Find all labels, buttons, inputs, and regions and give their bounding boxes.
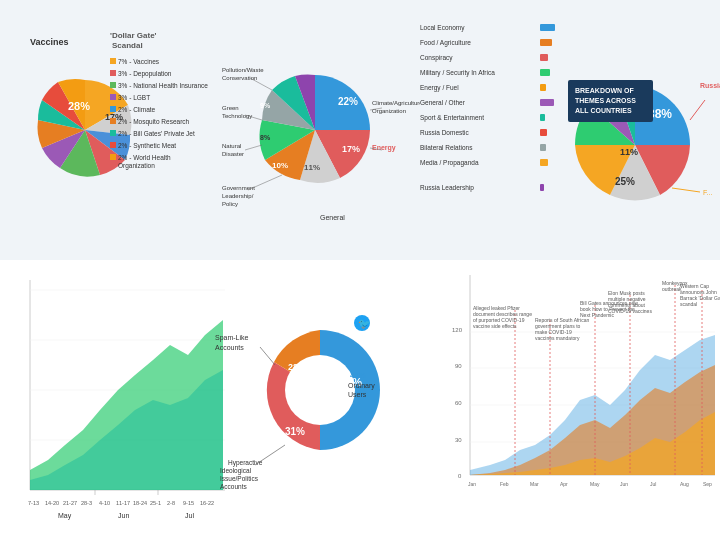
svg-text:41%: 41% xyxy=(350,371,366,380)
top-section: Vaccines 'Dollar Gate' Scandal xyxy=(0,0,720,260)
svg-text:THEMES ACROSS: THEMES ACROSS xyxy=(575,97,636,104)
svg-text:Mar: Mar xyxy=(530,481,539,487)
svg-text:2% - World Health: 2% - World Health xyxy=(118,154,171,161)
svg-text:9-15: 9-15 xyxy=(183,500,194,506)
svg-text:Media / Propaganda: Media / Propaganda xyxy=(420,159,479,167)
svg-line-79 xyxy=(690,100,705,120)
svg-line-118 xyxy=(255,445,285,465)
svg-text:Jun: Jun xyxy=(620,481,628,487)
svg-text:Issue/Politics: Issue/Politics xyxy=(220,475,259,482)
svg-text:3% - Depopulation: 3% - Depopulation xyxy=(118,70,172,78)
svg-rect-61 xyxy=(540,39,552,46)
svg-text:May: May xyxy=(58,512,72,520)
svg-text:8%: 8% xyxy=(260,134,271,141)
svg-text:11-17: 11-17 xyxy=(116,500,130,506)
svg-line-81 xyxy=(672,188,700,192)
svg-text:Conservation: Conservation xyxy=(222,75,257,81)
climate-chart: 22% 17% 11% 10% 8% 9% Pollution/Waste Co… xyxy=(220,0,420,260)
svg-rect-69 xyxy=(540,159,548,166)
svg-text:General / Other: General / Other xyxy=(420,99,466,106)
svg-text:May: May xyxy=(590,481,600,487)
svg-text:Military / Security In Africa: Military / Security In Africa xyxy=(420,69,495,77)
svg-text:Conspiracy: Conspiracy xyxy=(420,54,453,62)
svg-text:0: 0 xyxy=(458,473,462,479)
svg-line-42 xyxy=(248,175,282,190)
svg-text:11%: 11% xyxy=(304,163,320,172)
svg-text:11%: 11% xyxy=(620,147,638,157)
svg-text:F...: F... xyxy=(703,189,712,196)
svg-text:7-13: 7-13 xyxy=(28,500,39,506)
timeline-chart: 0 30 60 90 120 Alleged leaked P xyxy=(440,260,720,540)
svg-text:2% - Climate: 2% - Climate xyxy=(118,106,156,113)
svg-rect-7 xyxy=(110,70,116,76)
svg-text:Government: Government xyxy=(222,185,255,191)
svg-rect-5 xyxy=(110,58,116,64)
svg-text:Vaccines: Vaccines xyxy=(30,37,69,47)
svg-text:30: 30 xyxy=(455,437,462,443)
svg-text:Scandal: Scandal xyxy=(112,41,143,50)
svg-text:3% - National Health Insurance: 3% - National Health Insurance xyxy=(118,82,208,89)
svg-text:120: 120 xyxy=(452,327,463,333)
svg-text:Sport & Entertainment: Sport & Entertainment xyxy=(420,114,484,122)
svg-rect-62 xyxy=(540,54,548,61)
svg-text:25-1: 25-1 xyxy=(150,500,161,506)
svg-text:Jul: Jul xyxy=(650,481,656,487)
svg-rect-70 xyxy=(540,184,544,191)
svg-text:Pollution/Waste: Pollution/Waste xyxy=(222,67,264,73)
svg-text:31%: 31% xyxy=(285,426,305,437)
svg-text:Local Economy: Local Economy xyxy=(420,24,465,32)
svg-rect-17 xyxy=(110,130,116,136)
svg-text:Natural: Natural xyxy=(222,143,241,149)
svg-text:2-8: 2-8 xyxy=(167,500,175,506)
svg-rect-21 xyxy=(110,154,116,160)
svg-text:Users: Users xyxy=(348,391,367,398)
svg-text:ALL COUNTRIES: ALL COUNTRIES xyxy=(575,107,632,114)
svg-rect-67 xyxy=(540,129,547,136)
svg-text:Aug: Aug xyxy=(680,481,689,487)
svg-text:Sep: Sep xyxy=(703,481,712,487)
svg-text:Policy: Policy xyxy=(222,201,238,207)
svg-text:Ordinary: Ordinary xyxy=(348,382,375,390)
svg-text:22%: 22% xyxy=(338,96,358,107)
svg-line-38 xyxy=(245,145,262,150)
svg-rect-66 xyxy=(540,114,545,121)
svg-text:25%: 25% xyxy=(615,176,635,187)
svg-text:General: General xyxy=(320,214,345,221)
svg-rect-11 xyxy=(110,94,116,100)
svg-text:Bilateral Relations: Bilateral Relations xyxy=(420,144,473,151)
svg-text:Russia Domestic: Russia Domestic xyxy=(420,129,470,136)
svg-line-32 xyxy=(250,78,272,90)
svg-text:Leadership/: Leadership/ xyxy=(222,193,254,199)
svg-rect-60 xyxy=(540,24,555,31)
svg-text:COVID-19 vaccines: COVID-19 vaccines xyxy=(608,308,652,314)
svg-text:2% - Synthetic Meat: 2% - Synthetic Meat xyxy=(118,142,176,150)
svg-rect-65 xyxy=(540,99,554,106)
svg-text:Organization: Organization xyxy=(118,162,155,170)
breakdown-chart: Local Economy Food / Agriculture Conspir… xyxy=(420,0,720,260)
svg-text:outbreak: outbreak xyxy=(662,286,682,292)
svg-text:10%: 10% xyxy=(272,161,288,170)
svg-text:Accounts: Accounts xyxy=(220,483,247,490)
svg-text:vaccines mandatory: vaccines mandatory xyxy=(535,335,580,341)
svg-text:🐦: 🐦 xyxy=(358,317,371,330)
bottom-section: 7-13 14-20 21-27 28-3 4-10 11-17 18-24 2… xyxy=(0,260,720,540)
svg-text:17%: 17% xyxy=(342,144,360,154)
svg-text:Feb: Feb xyxy=(500,481,509,487)
svg-text:28%: 28% xyxy=(68,100,90,112)
svg-line-110 xyxy=(260,347,275,365)
svg-text:Food / Agriculture: Food / Agriculture xyxy=(420,39,471,47)
svg-text:4-10: 4-10 xyxy=(99,500,110,506)
svg-text:Disaster: Disaster xyxy=(222,151,244,157)
area-chart: 7-13 14-20 21-27 28-3 4-10 11-17 18-24 2… xyxy=(0,260,230,540)
svg-text:Accounts: Accounts xyxy=(215,344,244,351)
svg-text:Green: Green xyxy=(222,105,239,111)
donut-chart: 41% 31% 28% Spam-Like Accounts 41% Ordin… xyxy=(210,260,430,540)
svg-text:Ideological: Ideological xyxy=(220,467,252,475)
svg-text:vaccine side effects: vaccine side effects xyxy=(473,323,517,329)
svg-text:Spam-Like: Spam-Like xyxy=(215,334,249,342)
svg-text:Jul: Jul xyxy=(185,512,194,519)
svg-rect-64 xyxy=(540,84,546,91)
svg-text:21-27: 21-27 xyxy=(63,500,77,506)
svg-text:BREAKDOWN OF: BREAKDOWN OF xyxy=(575,87,634,94)
svg-text:'Dollar Gate': 'Dollar Gate' xyxy=(110,31,157,40)
